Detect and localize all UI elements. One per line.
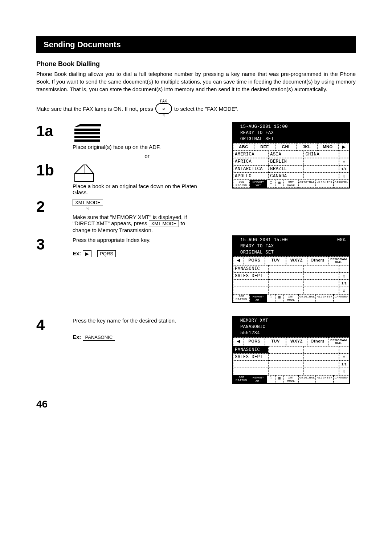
lcd-tab[interactable]: WXYZ <box>286 337 307 346</box>
lcd-cell[interactable] <box>268 272 303 280</box>
lcd-cell[interactable]: CANADA <box>268 173 303 180</box>
scroll-up-icon[interactable]: ⇧ <box>339 272 349 280</box>
lcd-tab[interactable]: JKL <box>296 143 317 151</box>
scroll-down-icon[interactable]: ⇩ <box>339 368 349 375</box>
lcd-tab[interactable]: TUV <box>265 256 286 265</box>
lcd-cell[interactable] <box>268 280 303 287</box>
lcd-footer: JOBSTATUSMEMORY XMT⏱▦XMT MODEORIGINAL◁LI… <box>233 180 349 188</box>
timer-icon[interactable]: ⏱ <box>267 294 275 302</box>
lcd-cell[interactable] <box>304 158 339 165</box>
lcd-tab[interactable]: PQRS <box>244 256 265 265</box>
lcd-cell[interactable] <box>233 368 268 375</box>
lcd-tab[interactable]: Others <box>307 337 328 346</box>
lcd-footer: JOBSTATUSMEMORY XMT⏱▦XMT MODEORIGINAL◁LI… <box>233 294 349 302</box>
lcd-tab[interactable]: ▶ <box>338 143 349 151</box>
lcd-tab[interactable]: ◀ <box>233 256 244 265</box>
original-footer[interactable]: ORIGINAL <box>298 375 316 383</box>
scroll-up-icon[interactable]: ⇧ <box>339 353 349 361</box>
lcd-cell[interactable] <box>268 346 303 353</box>
lcd-cell[interactable]: CHINA <box>304 151 339 158</box>
lcd-cell[interactable]: BRAZIL <box>268 165 303 173</box>
panasonic-key[interactable]: PANASONIC <box>83 334 115 341</box>
lcd-cell[interactable] <box>304 353 339 361</box>
lcd-tab[interactable]: PROGRAMDIAL <box>328 337 349 346</box>
grid-icon[interactable]: ▦ <box>275 375 283 383</box>
timer-icon[interactable]: ⏱ <box>267 180 275 188</box>
lcd-cell[interactable]: SALES DEPT <box>233 272 268 280</box>
scroll-up-icon[interactable]: ⇧ <box>339 158 349 165</box>
lcd-tab[interactable]: ABC <box>233 143 254 151</box>
lcd-cell[interactable] <box>268 265 303 272</box>
original-footer[interactable]: ORIGINAL <box>298 180 316 188</box>
lcd-cell[interactable] <box>304 368 339 375</box>
grid-icon[interactable]: ▦ <box>275 294 283 302</box>
lcd-cell[interactable] <box>304 173 339 180</box>
lcd-cell[interactable]: PANASONIC <box>233 265 268 272</box>
lcd-cell[interactable] <box>304 165 339 173</box>
job-status-button[interactable]: JOBSTATUS <box>233 375 250 383</box>
darker-button[interactable]: DARKER▷ <box>334 294 349 302</box>
memory-xmt-button[interactable]: MEMORY XMT <box>250 180 267 188</box>
xmt-mode-footer[interactable]: XMT MODE <box>284 294 298 302</box>
xmt-mode-footer[interactable]: XMT MODE <box>284 375 298 383</box>
lcd-cell[interactable] <box>304 346 339 353</box>
lcd-cell[interactable] <box>304 361 339 368</box>
lighter-button[interactable]: ◁LIGHTER <box>316 294 333 302</box>
lcd-cell[interactable] <box>233 287 268 294</box>
lcd-cell[interactable] <box>233 361 268 368</box>
xmt-mode-button[interactable]: XMT MODE <box>73 199 103 206</box>
darker-button[interactable]: DARKER▷ <box>334 375 349 383</box>
lcd-cell[interactable] <box>268 287 303 294</box>
lcd-tab[interactable]: GHI <box>275 143 296 151</box>
lcd-cell[interactable]: AMERICA <box>233 151 268 158</box>
lcd-tab[interactable]: DEF <box>254 143 275 151</box>
svg-rect-4 <box>75 174 94 182</box>
xmt-mode-button[interactable]: XMT MODE <box>149 220 179 227</box>
lcd-cell[interactable] <box>304 272 339 280</box>
lcd-tab[interactable]: ◀ <box>233 337 244 346</box>
pqrs-key[interactable]: PQRS <box>97 250 116 257</box>
lcd-cell[interactable] <box>268 353 303 361</box>
job-status-button[interactable]: JOBSTATUS <box>233 294 250 302</box>
lcd-side-cell <box>339 151 349 158</box>
lcd-cell[interactable] <box>268 368 303 375</box>
lcd-tabs: ABCDEFGHIJKLMNO▶ <box>233 143 349 151</box>
lcd-cell[interactable]: ANTARCTICA <box>233 165 268 173</box>
xmt-mode-footer[interactable]: XMT MODE <box>284 180 298 188</box>
memory-xmt-button[interactable]: MEMORY XMT <box>250 375 267 383</box>
job-status-button[interactable]: JOBSTATUS <box>233 180 250 188</box>
lcd-cell[interactable]: SALES DEPT <box>233 353 268 361</box>
lcd-tab[interactable]: PQRS <box>244 337 265 346</box>
grid-icon[interactable]: ▦ <box>275 180 283 188</box>
memory-xmt-button[interactable]: MEMORY XMT <box>250 294 267 302</box>
fax-post-text: to select the "FAX MODE". <box>174 106 238 112</box>
step-1a-text: Place original(s) face up on the ADF. <box>73 144 221 150</box>
lcd-cell[interactable] <box>304 287 339 294</box>
lcd-tab[interactable]: WXYZ <box>286 256 307 265</box>
scroll-down-icon[interactable]: ⇩ <box>339 287 349 294</box>
timer-icon[interactable]: ⏱ <box>267 375 275 383</box>
lcd-tab[interactable]: MNO <box>317 143 338 151</box>
arrow-key[interactable]: ▶ <box>83 250 91 257</box>
scroll-down-icon[interactable]: ⇩ <box>339 173 349 180</box>
original-footer[interactable]: ORIGINAL <box>298 294 316 302</box>
lcd-cell[interactable] <box>304 280 339 287</box>
fax-label: FAX <box>160 100 167 103</box>
lcd-cell[interactable]: ASIA <box>268 151 303 158</box>
darker-button[interactable]: DARKER▷ <box>334 180 349 188</box>
lcd-cell[interactable]: PANASONIC <box>233 346 268 353</box>
lcd-cell[interactable]: APOLLO <box>233 173 268 180</box>
lcd-tab[interactable]: Others <box>307 256 328 265</box>
lighter-button[interactable]: ◁LIGHTER <box>316 375 333 383</box>
lcd-tab[interactable]: TUV <box>265 337 286 346</box>
page-number: 46 <box>36 398 356 410</box>
lcd-cell[interactable] <box>268 361 303 368</box>
lcd-tab[interactable]: PROGRAMDIAL <box>328 256 349 265</box>
lcd-cell[interactable] <box>233 280 268 287</box>
lcd-cell[interactable]: AFRICA <box>233 158 268 165</box>
page-indicator: 1/1 <box>339 280 349 287</box>
lcd-cell[interactable] <box>304 265 339 272</box>
lcd-cell[interactable]: BERLIN <box>268 158 303 165</box>
lighter-button[interactable]: ◁LIGHTER <box>316 180 333 188</box>
lcd-tabs: ◀PQRSTUVWXYZOthersPROGRAMDIAL <box>233 337 349 346</box>
